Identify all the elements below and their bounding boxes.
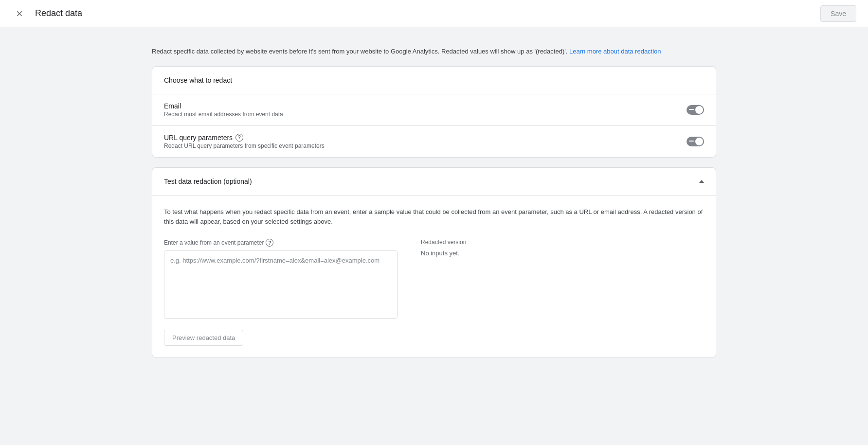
- chevron-up-icon[interactable]: [699, 180, 704, 183]
- test-description: To test what happens when you redact spe…: [164, 207, 704, 228]
- url-query-sublabel: Redact URL query parameters from specifi…: [164, 142, 325, 149]
- input-column: Enter a value from an event parameter ? …: [164, 239, 398, 346]
- email-sublabel: Redact most email addresses from event d…: [164, 111, 283, 118]
- header-left: Redact data: [12, 6, 82, 21]
- output-value: No inputs yet.: [421, 249, 704, 257]
- output-label: Redacted version: [421, 239, 704, 246]
- save-button[interactable]: Save: [820, 5, 856, 22]
- page-title: Redact data: [35, 8, 82, 18]
- url-query-label: URL query parameters: [164, 134, 233, 142]
- email-toggle[interactable]: [687, 105, 704, 115]
- test-redaction-title: Test data redaction (optional): [164, 178, 252, 185]
- test-section-body: To test what happens when you redact spe…: [152, 196, 716, 358]
- header: Redact data Save: [0, 0, 868, 27]
- choose-redact-title: Choose what to redact: [164, 76, 232, 84]
- test-inputs-area: Enter a value from an event parameter ? …: [164, 239, 704, 346]
- url-query-toggle-row: URL query parameters ? Redact URL query …: [152, 126, 716, 157]
- toggle-minus-icon-2: [689, 141, 694, 142]
- input-label: Enter a value from an event parameter ?: [164, 239, 398, 247]
- email-label: Email: [164, 102, 181, 110]
- email-toggle-row: Email Redact most email addresses from e…: [152, 94, 716, 126]
- toggle-minus-icon: [689, 109, 694, 110]
- input-help-icon[interactable]: ?: [266, 239, 273, 247]
- preview-redacted-data-button[interactable]: Preview redacted data: [164, 330, 243, 346]
- output-column: Redacted version No inputs yet.: [421, 239, 704, 346]
- url-query-toggle[interactable]: [687, 137, 704, 146]
- description-text: Redact specific data collected by websit…: [152, 47, 716, 56]
- test-redaction-card: Test data redaction (optional) To test w…: [152, 167, 716, 358]
- main-content: Redact specific data collected by websit…: [93, 27, 775, 387]
- learn-more-link[interactable]: Learn more about data redaction: [569, 48, 661, 55]
- url-query-help-icon[interactable]: ?: [235, 134, 243, 142]
- choose-redact-card: Choose what to redact Email Redact most …: [152, 66, 716, 158]
- close-button[interactable]: [12, 6, 27, 21]
- test-redaction-card-header: Test data redaction (optional): [152, 168, 716, 196]
- choose-redact-card-header: Choose what to redact: [152, 67, 716, 94]
- event-parameter-input[interactable]: [164, 250, 398, 319]
